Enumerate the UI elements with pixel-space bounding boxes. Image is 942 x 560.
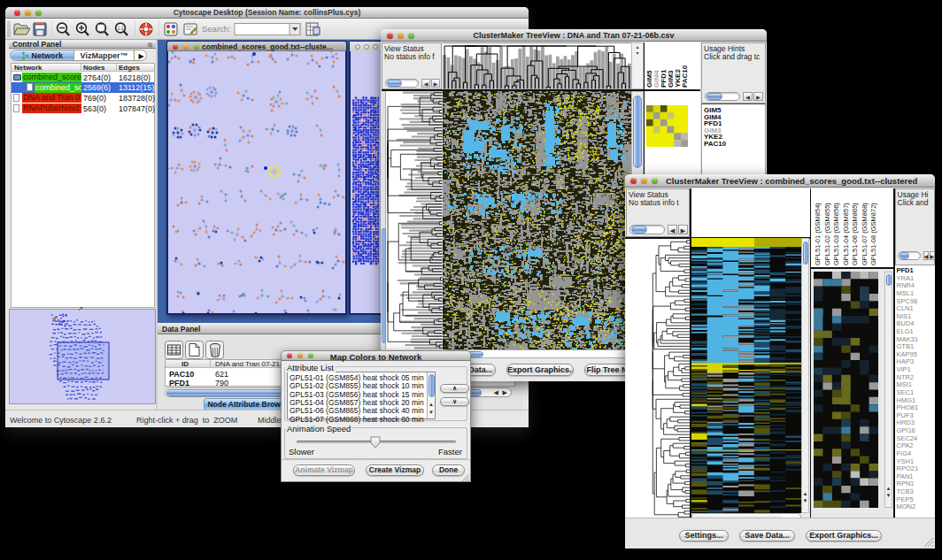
svg-text:GPL51-06 (GSM865): GPL51-06 (GSM865) <box>851 203 859 265</box>
svg-text:PAC10: PAC10 <box>681 65 689 88</box>
svg-text:GPL51-08 (GSM872): GPL51-08 (GSM872) <box>869 203 877 265</box>
svg-text:Search:: Search: <box>202 24 231 34</box>
svg-text:GPL51-03 (GSM856): GPL51-03 (GSM856) <box>832 203 840 265</box>
svg-text:GPL51-01 (GSM854): GPL51-01 (GSM854) <box>814 203 822 265</box>
svg-text:1:1: 1:1 <box>118 26 124 31</box>
svg-text:GPL51-04 (GSM857): GPL51-04 (GSM857) <box>842 203 850 265</box>
svg-text:GPL51-07 (GSM868): GPL51-07 (GSM868) <box>861 203 869 265</box>
svg-text:GPL51-02 (GSM855): GPL51-02 (GSM855) <box>823 203 831 265</box>
